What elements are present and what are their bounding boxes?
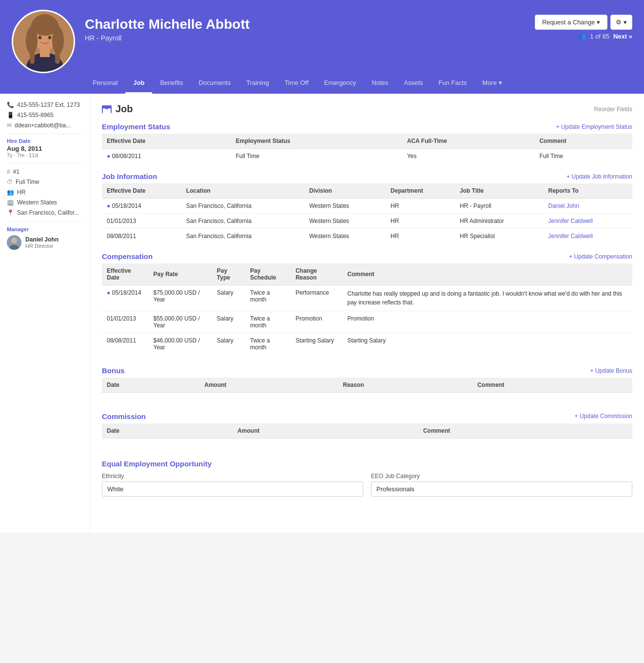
tab-benefits[interactable]: Benefits — [152, 73, 191, 94]
compensation-title: Compensation — [102, 252, 153, 261]
update-commission-link[interactable]: + Update Commission — [575, 413, 632, 420]
division: 🏢 Western States — [7, 199, 83, 206]
sidebar: 📞 415-555-1237 Ext. 1273 📱 415-555-8965 … — [0, 94, 90, 533]
svg-point-13 — [11, 238, 17, 243]
location-icon: 📍 — [7, 209, 14, 216]
table-row: ● 08/08/2011 Full Time Yes Full Time — [102, 149, 632, 164]
table-row: 01/01/2013 $55,000.00 USD / Year Salary … — [102, 311, 632, 333]
svg-point-9 — [31, 16, 59, 36]
header: Charlotte Michelle Abbott HR - Payroll R… — [0, 0, 644, 94]
col-employment-status: Employment Status — [231, 134, 402, 149]
pagination-text: 1 of 85 — [590, 33, 609, 40]
next-button[interactable]: Next » — [613, 33, 632, 40]
gear-button[interactable]: ⚙ ▾ — [610, 15, 632, 30]
manager-avatar — [7, 235, 21, 250]
sidebar-phone1: 📞 415-555-1237 Ext. 1273 — [7, 101, 83, 108]
clock-icon: ⏱ — [7, 179, 13, 185]
reports-to-link-1[interactable]: Daniel John — [548, 202, 579, 209]
table-row: 08/08/2011 San Francisco, California Wes… — [102, 229, 632, 244]
eeo-category-field: EEO Job Category — [371, 473, 632, 497]
table-row: ● 05/18/2014 $75,000.00 USD / Year Salar… — [102, 285, 632, 311]
eeo-section: Equal Employment Opportunity Ethnicity E… — [102, 460, 632, 497]
tab-documents[interactable]: Documents — [191, 73, 238, 94]
table-row: ● 05/18/2014 San Francisco, California W… — [102, 199, 632, 214]
update-compensation-link[interactable]: + Update Compensation — [569, 253, 632, 260]
tab-personal[interactable]: Personal — [85, 73, 125, 94]
col-effective-date: Effective Date — [102, 134, 231, 149]
tab-training[interactable]: Training — [238, 73, 276, 94]
job-information-section: Job Information + Update Job Information… — [102, 172, 632, 243]
request-change-button[interactable]: Request a Change ▾ — [535, 15, 607, 30]
sidebar-phone2: 📱 415-555-8965 — [7, 112, 83, 119]
update-job-info-link[interactable]: + Update Job Information — [566, 173, 632, 180]
col-comment: Comment — [534, 134, 632, 149]
sidebar-email: ✉ ddean+cabbott@ba... — [7, 122, 83, 129]
department: 👥 HR — [7, 189, 83, 196]
commission-title: Commission — [102, 412, 146, 421]
mobile-icon: 📱 — [7, 112, 14, 119]
phone-icon: 📞 — [7, 101, 14, 108]
eeo-title: Equal Employment Opportunity — [102, 460, 632, 468]
avatar — [12, 10, 75, 73]
gear-icon: ⚙ — [616, 19, 622, 26]
table-row: 01/01/2013 San Francisco, California Wes… — [102, 214, 632, 229]
email-icon: ✉ — [7, 122, 12, 129]
reports-to-link-2[interactable]: Jennifer Caldwell — [548, 218, 592, 224]
division-icon: 🏢 — [7, 199, 14, 206]
location: 📍 San Francisco, Califor... — [7, 209, 83, 216]
ethnicity-label: Ethnicity — [102, 473, 363, 480]
reorder-fields-link[interactable]: Reorder Fields — [594, 106, 632, 113]
compensation-section: Compensation + Update Compensation Effec… — [102, 252, 632, 355]
eeo-category-input[interactable] — [371, 482, 632, 497]
gear-dropdown-icon: ▾ — [624, 19, 627, 26]
empty-row — [102, 438, 632, 448]
job-info-title: Job Information — [102, 172, 157, 181]
table-row: 08/08/2011 $46,000.00 USD / Year Salary … — [102, 333, 632, 355]
main-content: Job Reorder Fields Employment Status + U… — [90, 94, 644, 533]
bonus-title: Bonus — [102, 366, 125, 375]
svg-rect-10 — [30, 40, 35, 64]
employee-name: Charlotte Michelle Abbott — [85, 17, 535, 32]
col-aca-full-time: ACA Full-Time — [402, 134, 535, 149]
people-icon: 👥 — [578, 33, 586, 40]
job-icon — [102, 105, 112, 113]
tab-fun-facts[interactable]: Fun Facts — [431, 73, 475, 94]
tab-notes[interactable]: Notes — [364, 73, 396, 94]
commission-section: Commission + Update Commission Date Amou… — [102, 412, 632, 448]
tab-job[interactable]: Job — [125, 73, 152, 94]
employment-status-title: Employment Status — [102, 122, 170, 131]
compensation-table: Effective Date Pay Rate Pay Type Pay Sch… — [102, 263, 632, 355]
tab-assets[interactable]: Assets — [396, 73, 431, 94]
ethnicity-field: Ethnicity — [102, 473, 363, 497]
hire-date-value: Aug 8, 2011 — [7, 145, 83, 152]
page-title: Job — [102, 103, 133, 115]
svg-point-8 — [48, 36, 51, 40]
svg-rect-6 — [40, 48, 50, 57]
commission-table: Date Amount Comment — [102, 423, 632, 448]
ethnicity-input[interactable] — [102, 482, 363, 497]
update-bonus-link[interactable]: + Update Bonus — [590, 367, 632, 374]
job-info-table: Effective Date Location Division Departm… — [102, 183, 632, 243]
svg-rect-16 — [105, 107, 108, 109]
manager-row: Daniel John HR Director — [7, 235, 83, 250]
manager-label: Manager — [7, 226, 83, 232]
manager-name: Daniel John — [25, 236, 59, 243]
manager-title: HR Director — [25, 243, 59, 249]
reports-to-link-3[interactable]: Jennifer Caldwell — [548, 233, 592, 240]
employee-id: # #1 — [7, 168, 83, 175]
hire-duration: 7y · 7m · 11d — [7, 152, 83, 158]
bonus-table: Date Amount Reason Comment — [102, 378, 632, 402]
tab-emergency[interactable]: Emergency — [316, 73, 364, 94]
empty-row — [102, 393, 632, 402]
employment-status-section: Employment Status + Update Employment St… — [102, 122, 632, 163]
update-employment-status-link[interactable]: + Update Employment Status — [556, 123, 632, 130]
tab-time-off[interactable]: Time Off — [277, 73, 316, 94]
header-info: Charlotte Michelle Abbott HR - Payroll — [85, 10, 535, 42]
nav-tabs: Personal Job Benefits Documents Training… — [73, 73, 644, 94]
svg-point-7 — [39, 36, 41, 40]
id-icon: # — [7, 168, 10, 175]
dropdown-arrow-icon: ▾ — [597, 19, 600, 26]
employment-status-table: Effective Date Employment Status ACA Ful… — [102, 134, 632, 163]
employee-subtitle: HR - Payroll — [85, 34, 535, 42]
tab-more[interactable]: More ▾ — [474, 73, 509, 94]
